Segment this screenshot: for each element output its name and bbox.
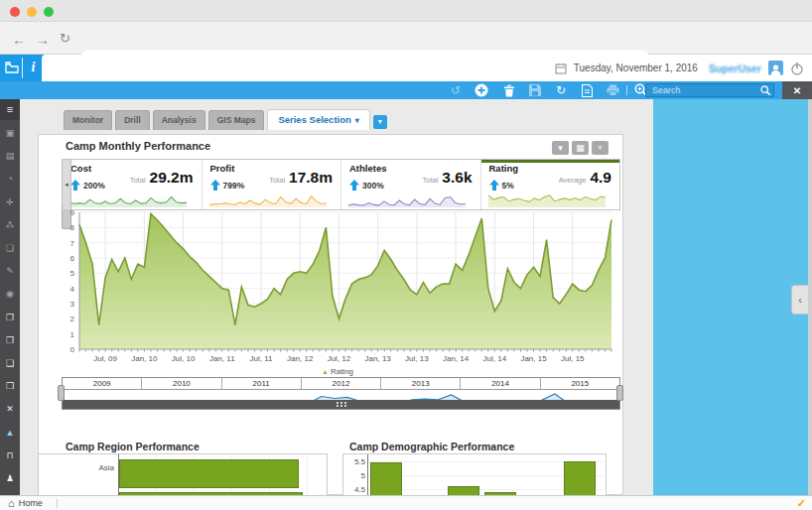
kpi-change: 200%: [70, 180, 105, 191]
kpi-label: Athletes: [349, 163, 386, 174]
tab-analysis[interactable]: Analysis: [153, 110, 205, 130]
power-icon[interactable]: [790, 62, 804, 75]
save-icon[interactable]: [526, 82, 544, 98]
h-bar[interactable]: [119, 459, 299, 488]
kpi-change: 5%: [489, 180, 514, 191]
kpi-strip: ◂ Cost200%Total29.2mProfit799%Total17.8m…: [62, 159, 620, 210]
timeline-year[interactable]: 2010: [142, 378, 221, 389]
timeline-year[interactable]: 2011: [222, 378, 302, 389]
timeline-year[interactable]: 2009: [63, 378, 142, 389]
gallery-icon[interactable]: ▣: [0, 127, 20, 141]
legend-label: Rating: [331, 367, 353, 376]
user-lock-icon[interactable]: ♟: [0, 472, 20, 486]
tick-label: 5: [345, 471, 365, 480]
add-icon[interactable]: [473, 82, 490, 98]
close-small-icon[interactable]: ✕: [0, 403, 20, 417]
svg-text:Jul, 12: Jul, 12: [328, 354, 351, 363]
nav-tabs: MonitorDrillAnalysisGIS MapsSeries Selec…: [64, 111, 387, 130]
kpi-card-profit[interactable]: Profit799%Total17.8m: [203, 160, 342, 209]
username[interactable]: SuperUser: [709, 63, 761, 74]
collapse-icon[interactable]: ▾: [552, 141, 569, 155]
maximize-window-icon[interactable]: [44, 7, 54, 17]
search-input[interactable]: [645, 83, 774, 97]
tab-monitor[interactable]: Monitor: [64, 110, 112, 130]
kpi-card-athletes[interactable]: Athletes300%Total3.6k: [341, 160, 481, 209]
up-arrow-icon: [349, 180, 359, 191]
document-icon[interactable]: ❏: [0, 242, 20, 256]
current-date[interactable]: Tuesday, November 1, 2016: [574, 63, 698, 73]
kpi-scroll-left-icon[interactable]: ◂: [63, 160, 71, 209]
collapse-panel-icon[interactable]: ‹: [791, 285, 808, 315]
tab-gis-maps[interactable]: GIS Maps: [208, 110, 265, 130]
file-export-icon[interactable]: ❑: [0, 357, 20, 371]
tab-info[interactable]: i: [24, 55, 43, 81]
close-window-icon[interactable]: [10, 7, 20, 17]
range-handle-left[interactable]: [58, 385, 65, 401]
trash-icon[interactable]: [500, 82, 518, 98]
file-add-icon[interactable]: ❐: [0, 312, 20, 325]
stamp-icon[interactable]: ▤: [0, 150, 20, 164]
avatar[interactable]: [768, 61, 783, 75]
home-label[interactable]: Home: [19, 498, 43, 508]
browser-navbar: ← → ↻ ☰: [0, 22, 812, 55]
timeline-year[interactable]: 2014: [461, 378, 540, 389]
forward-icon[interactable]: →: [36, 33, 50, 47]
undo-icon[interactable]: ↺: [447, 82, 465, 98]
scrollbar-track[interactable]: [808, 99, 812, 495]
timeline-year[interactable]: 2015: [541, 378, 619, 389]
file-copy-icon[interactable]: ❐: [0, 334, 20, 348]
kpi-card-cost[interactable]: Cost200%Total29.2m: [63, 160, 203, 209]
timeline-year[interactable]: 2012: [302, 378, 381, 389]
print-icon[interactable]: [604, 82, 621, 98]
home-icon[interactable]: ⌂: [8, 497, 15, 509]
svg-text:2: 2: [70, 315, 75, 323]
svg-text:5: 5: [70, 269, 75, 278]
kpi-change-value: 799%: [223, 181, 245, 191]
tools-icon[interactable]: ✛: [0, 196, 20, 210]
kpi-label: Cost: [70, 163, 91, 174]
search-small-icon[interactable]: ◉: [0, 288, 20, 302]
folder-tab-icon[interactable]: [5, 62, 19, 73]
tab-drill[interactable]: Drill: [115, 110, 150, 130]
refresh-icon[interactable]: ↻: [552, 82, 570, 98]
series-dropdown-icon[interactable]: ▾: [373, 115, 387, 129]
chart-legend[interactable]: ▲Rating: [58, 367, 617, 376]
menu-icon[interactable]: ≡: [0, 99, 20, 120]
up-arrow-icon: [489, 180, 499, 191]
svg-text:Jul, 14: Jul, 14: [483, 354, 507, 363]
svg-text:Jan, 15: Jan, 15: [520, 354, 547, 363]
kpi-change: 799%: [210, 180, 245, 191]
lock-icon[interactable]: ⊓: [0, 449, 20, 463]
close-icon[interactable]: ✕: [782, 81, 812, 99]
grid-icon[interactable]: ▦: [572, 141, 589, 155]
svg-text:Jan, 12: Jan, 12: [287, 354, 314, 363]
screen: ← → ↻ ☰ i Tuesday, November 1, 2016 Supe…: [0, 0, 812, 510]
search-icon[interactable]: [760, 85, 771, 96]
timeline-scrollbar[interactable]: [63, 400, 619, 409]
edit-icon[interactable]: ✎: [0, 265, 20, 279]
upload-icon[interactable]: ▲: [0, 427, 20, 441]
region-chart-title: Camp Region Performance: [66, 441, 200, 452]
panel-buttons: ▾ ▦ +: [552, 141, 609, 155]
back-icon[interactable]: ←: [12, 33, 26, 47]
timeline-year[interactable]: 2013: [381, 378, 461, 389]
range-handle-right[interactable]: [616, 385, 623, 401]
svg-text:Jan, 14: Jan, 14: [443, 354, 470, 363]
reload-icon[interactable]: ↻: [60, 32, 70, 46]
add-widget-icon[interactable]: +: [592, 141, 609, 155]
tab-series-selection[interactable]: Series Selection▾: [267, 109, 369, 130]
timeline-navigator[interactable]: 2009201020112012201320142015: [62, 377, 620, 410]
minimize-window-icon[interactable]: [27, 7, 37, 17]
kpi-value-row: Total29.2m: [130, 169, 194, 187]
status-bar: ⌂ Home ✓: [0, 495, 812, 510]
sitemap-icon[interactable]: ⁂: [0, 219, 20, 233]
file-import-icon[interactable]: ❒: [0, 380, 20, 394]
report-icon[interactable]: [578, 82, 596, 98]
svg-text:Jan, 11: Jan, 11: [209, 354, 235, 363]
rating-area-chart: 0123456789Jul, 09Jan, 10Jul, 10Jan, 11Ju…: [58, 204, 617, 371]
person-icon: [769, 64, 782, 75]
kpi-card-rating[interactable]: Rating5%Average4.9: [481, 160, 620, 209]
history-icon[interactable]: ◔: [0, 173, 20, 187]
kpi-agg-label: Total: [422, 176, 438, 185]
kpi-value: 3.6k: [442, 169, 472, 187]
